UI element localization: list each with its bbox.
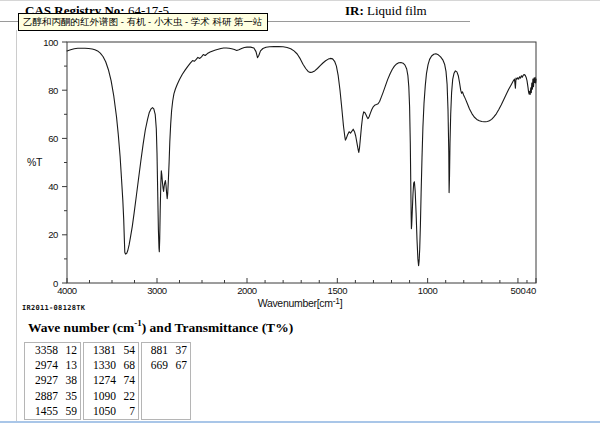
bottom-blue-line [0,421,600,423]
peak-wavenumber: 1455 [28,404,58,419]
peak-wavenumber: 2974 [28,358,58,373]
peak-wavenumber: 1274 [87,373,116,388]
peak-transmittance: 67 [172,358,187,373]
x-axis-title: Wavenumber[cm-1] [258,296,343,309]
peak-transmittance: 22 [120,389,135,404]
spectrum-id-label: IR2011-08128TK [22,304,85,312]
peak-table-column-1: 335812297413292738288735145559 [24,342,81,420]
ir-spectrum-chart: 4000300020001500100050040020406080100%TW… [0,0,600,330]
x-tick-label-1000: 1000 [418,285,438,296]
peak-row: 66967 [145,358,187,373]
peak-row: 145559 [28,404,77,419]
peak-wavenumber: 1381 [87,343,116,358]
x-tick-label-400: 40 [526,285,536,296]
peak-wavenumber: 2927 [28,373,58,388]
x-tick-label-4000: 4000 [57,285,77,296]
y-tick-label-0: 0 [53,278,58,289]
y-tick-label-80: 80 [48,85,58,96]
spectrum-curve [67,47,536,266]
peak-table-heading: Wave number (cm-1) and Transmittance (T%… [28,318,293,336]
peak-wavenumber: 2887 [28,389,58,404]
page: CAS Registry No: 64-17-5 IR: Liquid film… [0,0,600,425]
peak-wavenumber: 1090 [87,389,116,404]
peak-transmittance: 7 [120,404,135,419]
peak-wavenumber: 881 [145,343,168,358]
peak-row: 138154 [87,343,135,358]
peak-wavenumber: 669 [145,358,168,373]
y-tick-label-40: 40 [48,181,58,192]
peak-wavenumber: 3358 [28,343,58,358]
peak-row: 288735 [28,389,77,404]
peak-transmittance: 68 [120,358,135,373]
peak-transmittance: 38 [62,373,77,388]
x-tick-label-500: 500 [511,285,526,296]
peak-wavenumber: 1330 [87,358,116,373]
peak-table-column-2: 13815413306812747410902210507 [83,342,139,420]
peak-row: 109022 [87,389,135,404]
peak-table-heading-sup: -1 [134,318,142,328]
peak-wavenumber: 1050 [87,404,116,419]
peak-table-column-3: 8813766967 [141,342,191,420]
peak-transmittance: 59 [62,404,77,419]
link-tooltip: 乙醇和丙酮的红外谱图 - 有机 - 小木虫 - 学术 科研 第一站 [18,13,268,31]
peak-transmittance: 54 [120,343,135,358]
y-axis-title: %T [27,156,43,168]
y-tick-label-100: 100 [43,37,58,48]
plot-frame [67,42,536,283]
peak-row: 88137 [145,343,187,358]
peak-transmittance: 12 [62,343,77,358]
peak-transmittance: 13 [62,358,77,373]
peak-transmittance: 74 [120,373,135,388]
peak-table-heading-prefix: Wave number (cm [28,320,134,335]
peak-transmittance: 35 [62,389,77,404]
peak-row: 335812 [28,343,77,358]
y-tick-label-20: 20 [48,229,58,240]
peak-row: 10507 [87,404,135,419]
x-tick-label-1500: 1500 [328,285,348,296]
peak-row: 127474 [87,373,135,388]
peak-transmittance: 37 [172,343,187,358]
peak-row: 133068 [87,358,135,373]
y-tick-label-60: 60 [48,133,58,144]
x-tick-label-3000: 3000 [147,285,167,296]
x-tick-label-2000: 2000 [237,285,257,296]
peak-table: 3358122974132927382887351455591381541330… [24,342,193,420]
peak-row: 292738 [28,373,77,388]
peak-row: 297413 [28,358,77,373]
peak-table-heading-suffix: ) and Transmittance (T%) [142,320,293,335]
